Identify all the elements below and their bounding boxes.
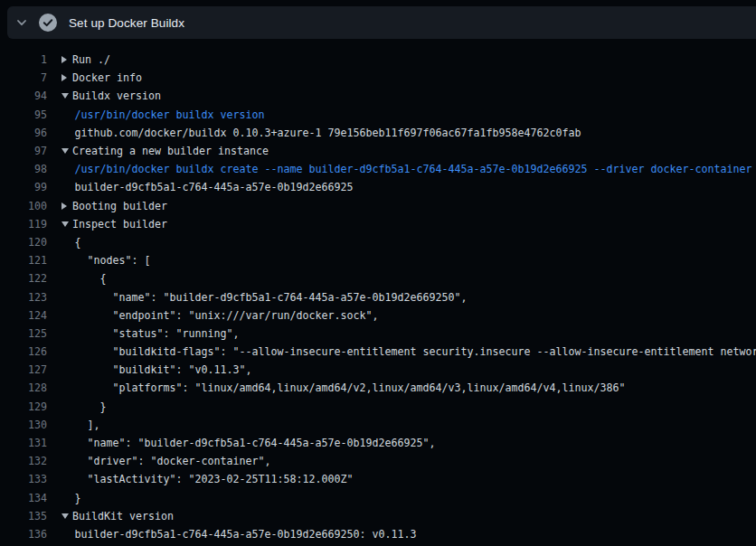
log-line: 134 } bbox=[0, 489, 756, 507]
log-line[interactable]: 119 Inspect builder bbox=[0, 215, 756, 233]
log-line: 127 "buildkit": "v0.11.3", bbox=[0, 361, 756, 379]
log-line-text: Inspect builder bbox=[61, 218, 167, 231]
log-line-text: Booting builder bbox=[61, 200, 167, 212]
group-expanded-icon[interactable] bbox=[61, 218, 72, 231]
log-line-text: "buildkitd-flags": "--allow-insecure-ent… bbox=[61, 345, 756, 358]
log-line-text: "name": "builder-d9cfb5a1-c764-445a-a57e… bbox=[61, 291, 467, 304]
line-number[interactable]: 95 bbox=[0, 108, 47, 121]
log-line: 98 /usr/bin/docker buildx create --name … bbox=[0, 160, 756, 178]
line-number[interactable]: 127 bbox=[0, 363, 47, 376]
group-collapsed-icon[interactable] bbox=[61, 71, 72, 84]
line-number[interactable]: 100 bbox=[0, 200, 47, 212]
log-line-text: /usr/bin/docker buildx create --name bui… bbox=[61, 163, 751, 175]
line-number[interactable]: 125 bbox=[0, 327, 47, 340]
log-line-text: Run ./ bbox=[61, 53, 110, 66]
log-line[interactable]: 94 Buildx version bbox=[0, 87, 756, 105]
line-number[interactable]: 99 bbox=[0, 181, 47, 193]
log-line: 136 builder-d9cfb5a1-c764-445a-a57e-0b19… bbox=[0, 525, 756, 543]
log-line: 123 "name": "builder-d9cfb5a1-c764-445a-… bbox=[0, 287, 756, 306]
log-view: 1 Run ./ 7 Docker info 94 Buildx version… bbox=[0, 39, 756, 543]
line-number[interactable]: 126 bbox=[0, 345, 47, 358]
log-line: 125 "status": "running", bbox=[0, 325, 756, 343]
line-number[interactable]: 128 bbox=[0, 381, 47, 394]
line-number[interactable]: 120 bbox=[0, 236, 47, 249]
log-line[interactable]: 135 BuildKit version bbox=[0, 507, 756, 525]
log-line: 121 "nodes": [ bbox=[0, 251, 756, 269]
log-line-text: } bbox=[61, 400, 107, 413]
line-number[interactable]: 135 bbox=[0, 510, 47, 522]
chevron-down-icon[interactable] bbox=[7, 16, 36, 29]
log-line: 131 "name": "builder-d9cfb5a1-c764-445a-… bbox=[0, 434, 756, 452]
log-line: 122 { bbox=[0, 269, 756, 287]
log-line-text: Docker info bbox=[61, 71, 142, 84]
line-number[interactable]: 131 bbox=[0, 437, 47, 449]
log-line[interactable]: 7 Docker info bbox=[0, 69, 756, 87]
log-line: 133 "lastActivity": "2023-02-25T11:58:12… bbox=[0, 470, 756, 488]
line-number[interactable]: 7 bbox=[0, 71, 47, 84]
group-expanded-icon[interactable] bbox=[61, 510, 72, 522]
log-line-text: "driver": "docker-container", bbox=[61, 455, 270, 467]
line-number[interactable]: 133 bbox=[0, 473, 47, 485]
line-number[interactable]: 124 bbox=[0, 309, 47, 322]
log-line: 132 "driver": "docker-container", bbox=[0, 452, 756, 470]
log-line-text: Buildx version bbox=[61, 89, 161, 102]
check-circle-icon bbox=[36, 14, 60, 32]
log-line: 124 "endpoint": "unix:///var/run/docker.… bbox=[0, 306, 756, 325]
log-line[interactable]: 97 Creating a new builder instance bbox=[0, 142, 756, 160]
line-number[interactable]: 121 bbox=[0, 254, 47, 267]
log-line-text: "platforms": "linux/amd64,linux/amd64/v2… bbox=[61, 381, 625, 394]
log-line-text: "buildkit": "v0.11.3", bbox=[61, 363, 251, 376]
line-number[interactable]: 132 bbox=[0, 455, 47, 467]
line-number[interactable]: 1 bbox=[0, 53, 47, 66]
line-number[interactable]: 94 bbox=[0, 89, 47, 102]
log-line-text: { bbox=[61, 236, 81, 249]
log-line-text: /usr/bin/docker buildx version bbox=[61, 108, 264, 121]
step-header[interactable]: Set up Docker Buildx bbox=[7, 6, 756, 39]
log-line: 95 /usr/bin/docker buildx version bbox=[0, 106, 756, 124]
step-title: Set up Docker Buildx bbox=[69, 16, 184, 30]
log-line-text: Creating a new builder instance bbox=[61, 145, 269, 157]
line-number[interactable]: 134 bbox=[0, 492, 47, 504]
log-line-text: builder-d9cfb5a1-c764-445a-a57e-0b19d2e6… bbox=[61, 528, 416, 541]
log-line-text: "lastActivity": "2023-02-25T11:58:12.000… bbox=[61, 473, 353, 485]
log-line-text: } bbox=[61, 492, 81, 504]
log-line-text: builder-d9cfb5a1-c764-445a-a57e-0b19d2e6… bbox=[61, 181, 353, 193]
line-number[interactable]: 136 bbox=[0, 528, 47, 541]
line-number[interactable]: 98 bbox=[0, 163, 47, 175]
log-line: 120 { bbox=[0, 233, 756, 251]
group-collapsed-icon[interactable] bbox=[61, 200, 72, 212]
line-number[interactable]: 123 bbox=[0, 291, 47, 304]
group-expanded-icon[interactable] bbox=[61, 89, 72, 102]
log-line-text: "name": "builder-d9cfb5a1-c764-445a-a57e… bbox=[61, 437, 435, 449]
log-line-text: "endpoint": "unix:///var/run/docker.sock… bbox=[61, 309, 378, 322]
log-line: 130 ], bbox=[0, 416, 756, 434]
group-collapsed-icon[interactable] bbox=[61, 53, 72, 66]
log-line-text: "status": "running", bbox=[61, 327, 239, 340]
log-line: 96 github.com/docker/buildx 0.10.3+azure… bbox=[0, 124, 756, 142]
log-line-text: BuildKit version bbox=[61, 510, 174, 522]
log-line[interactable]: 100 Booting builder bbox=[0, 197, 756, 215]
log-line: 128 "platforms": "linux/amd64,linux/amd6… bbox=[0, 379, 756, 397]
log-line: 126 "buildkitd-flags": "--allow-insecure… bbox=[0, 343, 756, 361]
line-number[interactable]: 122 bbox=[0, 272, 47, 285]
log-line-text: ], bbox=[61, 419, 100, 431]
log-line-text: github.com/docker/buildx 0.10.3+azure-1 … bbox=[61, 127, 581, 139]
line-number[interactable]: 96 bbox=[0, 127, 47, 139]
group-expanded-icon[interactable] bbox=[61, 145, 72, 157]
log-line-text: { bbox=[61, 272, 107, 285]
line-number[interactable]: 130 bbox=[0, 419, 47, 431]
log-line: 129 } bbox=[0, 398, 756, 416]
log-line: 99 builder-d9cfb5a1-c764-445a-a57e-0b19d… bbox=[0, 178, 756, 196]
line-number[interactable]: 97 bbox=[0, 145, 47, 157]
line-number[interactable]: 119 bbox=[0, 218, 47, 231]
log-line-text: "nodes": [ bbox=[61, 254, 151, 267]
line-number[interactable]: 129 bbox=[0, 400, 47, 413]
log-line[interactable]: 1 Run ./ bbox=[0, 51, 756, 69]
